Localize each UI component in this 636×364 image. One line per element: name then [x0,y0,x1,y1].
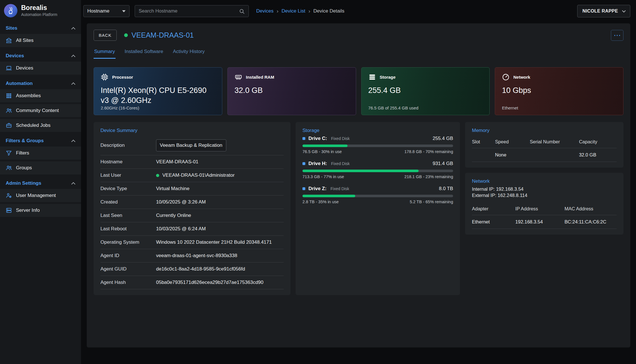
sidebar-section-devices[interactable]: Devices [0,49,81,62]
breadcrumb-devices[interactable]: Devices [256,8,273,14]
stat-card-label: Installed RAM [246,75,274,80]
more-options-button[interactable]: ⋯ [611,30,623,41]
stat-card-footer: Ethernet [502,105,518,110]
brand: Borealis Automation Platform [0,0,81,21]
sidebar-section-automation[interactable]: Automation [0,76,81,89]
sidebar-item-filters[interactable]: Filters [0,147,81,160]
sidebar-section-sites[interactable]: Sites [0,21,81,34]
stat-card-value: 32.0 GB [235,86,349,95]
sidebar-item-label: Filters [16,150,29,156]
laptop-icon [6,65,12,71]
stat-card-ram: Installed RAM 32.0 GB [227,67,356,115]
memory-col-slot: Slot [472,136,495,148]
drive-name: Drive H: [308,161,327,166]
user-gear-icon [6,192,12,199]
stat-card-label: Storage [380,75,396,80]
summary-row-operating-system: Operating System Windows 10 2022 Datacen… [100,236,284,249]
online-status-dot [124,33,128,37]
sidebar-section-filters-groups[interactable]: Filters & Groups [0,134,81,147]
breadcrumb-separator: › [276,8,278,14]
caret-down-icon [122,10,126,12]
drive-name: Drive C: [308,136,327,141]
breadcrumb-separator: › [308,8,310,14]
description-input[interactable] [156,139,226,151]
drive-remaining-text: 178.8 GB - 70% remaining [404,149,453,154]
stat-card-value: 255.4 GB [368,86,483,95]
device-title-group: VEEAM-DRAAS-01 [124,31,194,39]
chevron-up-icon [71,82,75,86]
summary-row-description: Description [100,136,284,155]
memory-table: Slot Speed Serial Number Capacity None [472,136,617,162]
drive-bullet-icon [302,137,305,140]
sidebar-item-devices[interactable]: Devices [0,62,81,75]
drive-usage-fill [302,145,348,147]
sidebar-section-label: Sites [6,25,17,31]
drive-usage-fill [302,170,419,172]
search-icon[interactable] [239,8,245,14]
sidebar-section-label: Admin Settings [6,180,41,186]
drive-row-z: Drive Z: Fixed Disk 8.0 TB 2.8 TB - 35% … [302,186,453,204]
chevron-up-icon [71,27,75,31]
tab-activity-history[interactable]: Activity History [172,46,205,59]
sidebar-item-groups[interactable]: Groups [0,161,81,174]
tab-summary[interactable]: Summary [94,46,116,59]
sidebar-item-user-management[interactable]: User Management [0,189,81,202]
memory-capacity: 32.0 GB [579,148,617,162]
external-ip-value: 162.248.8.114 [498,193,527,198]
tab-installed-software[interactable]: Installed Software [124,46,164,59]
device-summary-card: Device Summary Description Hostname VEEA… [94,122,290,295]
sidebar-item-label: Scheduled Jobs [16,123,51,128]
sidebar-item-label: All Sites [16,38,33,43]
drive-remaining-text: 218.1 GB - 23% remaining [404,174,453,179]
sidebar-item-assemblies[interactable]: Assemblies [0,89,81,102]
sidebar-section-admin-settings[interactable]: Admin Settings [0,176,81,189]
network-col-adapter: Adapter [472,203,515,215]
summary-row-label: Created [100,199,156,205]
network-col-mac: MAC Address [564,203,617,215]
drive-size: 931.4 GB [433,161,453,166]
search-field-dropdown[interactable]: Hostname [83,5,130,17]
summary-row-value: VEEAM-DRAAS-01\Administrator [162,172,235,178]
drive-size: 8.0 TB [439,186,453,192]
sidebar-section-label: Devices [6,53,24,59]
summary-row-label: Description [100,143,156,148]
summary-row-value: Windows 10 2022 Datacenter 21H2 Build 20… [156,239,272,245]
main-area: Hostname Devices › Device List › Device … [81,0,636,364]
people-icon [6,107,12,114]
sidebar-item-label: User Management [16,193,56,198]
summary-row-last-seen: Last Seen Currently Online [100,209,284,222]
sidebar-item-server-info[interactable]: Server Info [0,204,81,217]
drive-usage-bar [302,195,453,197]
network-adapter: Ethernet [472,215,515,229]
back-button[interactable]: BACK [94,30,117,41]
brand-subtitle: Automation Platform [21,12,57,17]
drive-type: Fixed Disk [330,186,349,191]
server-icon [6,207,12,213]
stat-card-header: Network [502,73,616,81]
memory-col-capacity: Capacity [579,136,617,148]
sidebar-item-all-sites[interactable]: All Sites [0,34,81,47]
stat-card-value: Intel(R) Xeon(R) CPU E5-2690 v3 @ 2.60GH… [101,86,215,105]
stat-card-row: Processor Intel(R) Xeon(R) CPU E5-2690 v… [94,67,623,115]
internal-ip-value: 192.168.3.54 [496,186,523,192]
summary-row-label: Agent Hash [100,280,156,285]
summary-row-created: Created 10/05/2025 @ 3:26 AM [100,196,284,209]
network-table: Adapter IP Address MAC Address Ethernet … [472,203,617,229]
summary-row-value: de16c0c1-8aa2-4d18-9585-9ce91cf056fd [156,266,245,272]
drive-usage-bar [302,170,453,172]
sidebar-item-community-content[interactable]: Community Content [0,104,81,117]
gauge-icon [502,73,510,81]
tab-bar: Summary Installed Software Activity Hist… [94,46,623,59]
people-icon [6,165,12,171]
drive-used-text: 2.8 TB - 35% in use [302,200,339,204]
sidebar-item-scheduled-jobs[interactable]: Scheduled Jobs [0,119,81,132]
search-input[interactable] [139,8,239,14]
device-details-panel: BACK VEEAM-DRAAS-01 ⋯ Summary Installed … [87,23,630,347]
page-title: VEEAM-DRAAS-01 [132,31,194,39]
breadcrumb-device-list[interactable]: Device List [282,8,305,14]
sidebar-section-label: Filters & Groups [6,138,44,144]
internal-ip-line: Internal IP: 192.168.3.54 [472,186,617,192]
summary-row-label: Agent GUID [100,266,156,272]
user-menu-button[interactable]: NICOLE RAPPE [577,5,630,17]
memory-slot [472,148,495,162]
